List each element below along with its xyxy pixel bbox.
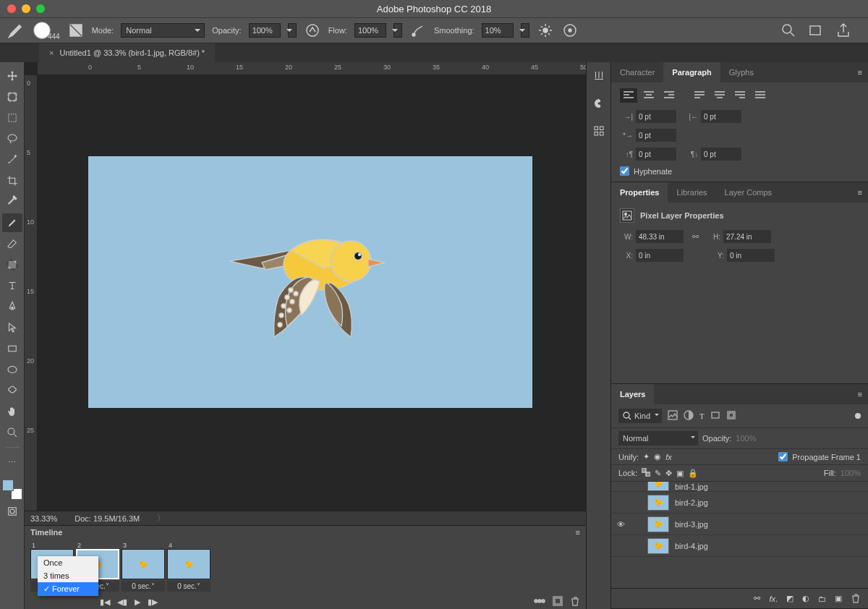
next-frame-icon[interactable]: ▮▶ xyxy=(148,597,158,607)
layer-fx-icon[interactable]: fx. xyxy=(769,595,778,603)
ruler-vertical[interactable]: 0510152025 xyxy=(25,75,38,511)
panel-menu-icon[interactable]: ≡ xyxy=(852,390,868,399)
tool-preset-picker[interactable] xyxy=(6,22,26,38)
align-center-icon[interactable] xyxy=(640,88,658,103)
align-left-icon[interactable] xyxy=(620,88,637,103)
tab-character[interactable]: Character xyxy=(611,62,663,82)
zoom-tool[interactable] xyxy=(2,423,22,442)
align-right-icon[interactable] xyxy=(660,88,678,103)
link-layers-icon[interactable]: ⚯ xyxy=(754,594,760,603)
filter-pixel-icon[interactable] xyxy=(668,410,678,422)
unify-visibility-icon[interactable]: ◉ xyxy=(654,452,661,461)
adjustment-layer-icon[interactable]: ◐ xyxy=(802,594,809,603)
layer-opacity[interactable]: 100% xyxy=(736,434,756,443)
unify-position-icon[interactable]: ✦ xyxy=(643,452,650,461)
maximize-window[interactable] xyxy=(36,4,45,13)
lock-all-icon[interactable]: 🔒 xyxy=(688,469,698,478)
frame-arrange-icon[interactable] xyxy=(807,22,825,39)
loop-option[interactable]: 3 times xyxy=(38,569,98,582)
close-window[interactable] xyxy=(7,4,16,13)
delete-layer-icon[interactable] xyxy=(851,593,861,605)
tab-layers[interactable]: Layers xyxy=(611,384,654,404)
patterns-panel-icon[interactable] xyxy=(592,124,605,139)
filter-toggle[interactable] xyxy=(855,413,861,419)
rectangle-shape-tool[interactable] xyxy=(2,339,22,358)
blend-mode-select[interactable]: Normal xyxy=(121,23,205,38)
tween-icon[interactable] xyxy=(534,596,545,608)
minimize-window[interactable] xyxy=(22,4,30,13)
brushes-panel-icon[interactable] xyxy=(592,69,605,84)
doc-info[interactable]: Doc: 19.5M/16.3M xyxy=(75,514,140,523)
close-tab-icon[interactable]: × xyxy=(49,48,54,57)
move-tool[interactable] xyxy=(2,67,22,85)
opacity-input[interactable]: 100% xyxy=(249,23,281,38)
smoothing-dropdown[interactable] xyxy=(521,23,529,38)
filter-adjust-icon[interactable] xyxy=(684,410,694,422)
symmetry-icon[interactable] xyxy=(561,22,579,39)
ellipse-shape-tool[interactable] xyxy=(2,360,22,379)
justify-all-icon[interactable] xyxy=(752,88,769,103)
eraser-tool[interactable] xyxy=(2,234,22,253)
flow-dropdown[interactable] xyxy=(393,23,402,38)
canvas[interactable] xyxy=(38,75,586,511)
flow-input[interactable]: 100% xyxy=(354,23,386,38)
swatches-panel-icon[interactable] xyxy=(592,97,605,111)
pressure-opacity-icon[interactable] xyxy=(304,22,321,39)
new-frame-icon[interactable] xyxy=(553,596,563,608)
width-input[interactable]: 48.33 in xyxy=(636,230,684,243)
lock-artboard-icon[interactable]: ▣ xyxy=(676,469,684,478)
hand-tool[interactable] xyxy=(2,402,22,421)
layer-mask-icon[interactable]: ◩ xyxy=(786,594,793,603)
lasso-tool[interactable] xyxy=(2,129,22,148)
filter-shape-icon[interactable] xyxy=(710,410,720,422)
panel-menu-icon[interactable]: ≡ xyxy=(852,68,868,77)
smoothing-options-icon[interactable] xyxy=(537,22,554,39)
justify-center-icon[interactable] xyxy=(711,88,728,103)
custom-shape-tool[interactable] xyxy=(2,381,22,400)
justify-right-icon[interactable] xyxy=(731,88,749,103)
space-before-input[interactable]: 0 pt xyxy=(636,148,676,161)
magic-wand-tool[interactable] xyxy=(2,150,22,169)
filter-type-icon[interactable]: T xyxy=(699,412,705,420)
lock-transparency-icon[interactable] xyxy=(642,468,650,478)
layer-blend-mode[interactable]: Normal xyxy=(618,431,698,446)
color-swatches[interactable] xyxy=(2,480,22,500)
brush-tool[interactable] xyxy=(2,213,22,232)
ruler-horizontal[interactable]: 05101520253035404550 xyxy=(38,62,586,75)
justify-left-icon[interactable] xyxy=(691,88,708,103)
layer-row[interactable]: 👁🐤bird-3.jpg xyxy=(611,514,868,535)
path-select-tool[interactable] xyxy=(2,318,22,337)
layer-filter-kind[interactable]: Kind xyxy=(618,409,662,423)
visibility-toggle[interactable]: 👁 xyxy=(616,520,626,529)
lock-pixels-icon[interactable]: ✎ xyxy=(655,469,661,478)
play-icon[interactable]: ▶ xyxy=(135,597,140,607)
first-line-input[interactable]: 0 pt xyxy=(636,129,676,142)
crop-tool[interactable] xyxy=(2,171,22,190)
eyedropper-tool[interactable] xyxy=(2,192,22,211)
group-icon[interactable]: 🗀 xyxy=(818,595,826,603)
tab-paragraph[interactable]: Paragraph xyxy=(663,62,720,82)
zoom-level[interactable]: 33.33% xyxy=(30,514,57,523)
gradient-tool[interactable] xyxy=(2,255,22,274)
edit-toolbar[interactable]: ⋯ xyxy=(2,453,22,472)
indent-left-input[interactable]: 0 pt xyxy=(636,110,676,123)
search-icon[interactable] xyxy=(780,22,797,39)
layer-row[interactable]: 🐤bird-2.jpg xyxy=(611,492,868,514)
first-frame-icon[interactable]: ▮◀ xyxy=(100,597,110,607)
artboard-tool[interactable] xyxy=(2,88,22,106)
share-icon[interactable] xyxy=(835,22,852,39)
indent-right-input[interactable]: 0 pt xyxy=(701,110,741,123)
filter-smart-icon[interactable] xyxy=(726,410,736,422)
unify-style-icon[interactable]: fx xyxy=(665,453,672,461)
trash-icon[interactable] xyxy=(570,596,580,608)
x-input[interactable]: 0 in xyxy=(636,249,684,262)
opacity-dropdown[interactable] xyxy=(288,23,297,38)
tab-libraries[interactable]: Libraries xyxy=(668,182,715,203)
layer-row[interactable]: 🐤bird-1.jpg xyxy=(611,482,868,492)
tab-properties[interactable]: Properties xyxy=(611,182,668,203)
tab-glyphs[interactable]: Glyphs xyxy=(720,62,762,82)
timeline-frame[interactable]: 3🐤0 sec.˅ xyxy=(122,542,165,592)
tab-layer-comps[interactable]: Layer Comps xyxy=(716,182,780,203)
quick-mask-toggle[interactable] xyxy=(2,502,22,521)
panel-menu-icon[interactable]: ≡ xyxy=(852,188,868,197)
